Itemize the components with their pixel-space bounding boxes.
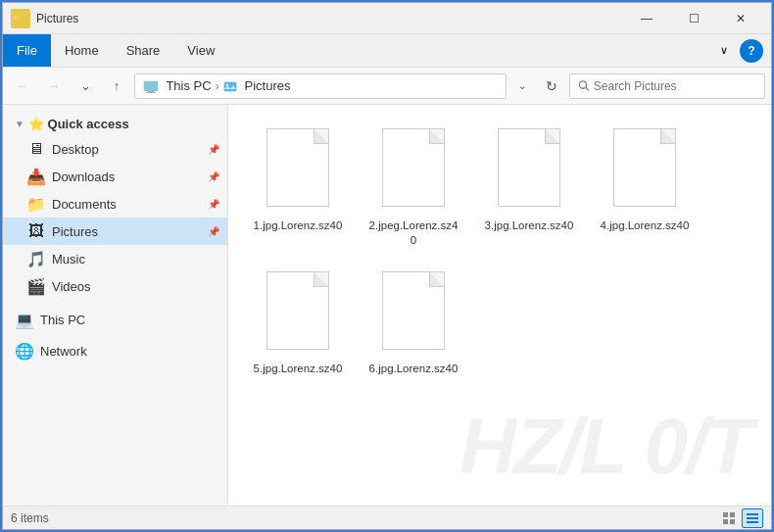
sidebar-item-pictures-label: Pictures (52, 224, 98, 239)
status-bar: 6 items (3, 506, 771, 529)
file-page-6 (382, 271, 445, 350)
file-item-4[interactable]: 4.jpg.Lorenz.sz40 (591, 121, 699, 256)
help-button[interactable]: ? (740, 39, 763, 63)
sidebar-item-pictures[interactable]: 🖼 Pictures 📌 (3, 218, 227, 245)
path-thispc[interactable]: This PC (143, 78, 212, 94)
svg-rect-4 (146, 92, 156, 93)
pin-icon-desktop: 📌 (208, 144, 219, 155)
downloads-icon: 📥 (26, 167, 46, 186)
file-name-3: 3.jpg.Lorenz.sz40 (485, 218, 574, 233)
maximize-button[interactable]: ☐ (671, 3, 716, 34)
menu-bar: File Home Share View ∨ ? (3, 34, 771, 68)
sidebar-item-music-label: Music (52, 252, 85, 266)
search-box[interactable] (569, 73, 765, 99)
file-item-1[interactable]: 1.jpg.Lorenz.sz40 (244, 121, 352, 256)
desktop-icon: 🖥 (26, 139, 46, 159)
view-toggle (718, 508, 763, 528)
file-icon-3 (494, 128, 564, 215)
file-item-5[interactable]: 5.jpg.Lorenz.sz40 (244, 264, 352, 384)
back-button[interactable]: ← (9, 73, 36, 100)
file-item-3[interactable]: 3.jpg.Lorenz.sz40 (475, 121, 583, 256)
svg-rect-5 (224, 82, 236, 91)
search-icon (578, 79, 590, 92)
svg-rect-12 (730, 519, 735, 524)
icon-view-icon (722, 511, 736, 525)
file-grid: 1.jpg.Lorenz.sz40 2.jpeg.Lorenz.sz40 3.j… (228, 105, 771, 506)
menu-bar-right: ∨ ? (712, 39, 771, 63)
sidebar: ▼ ⭐ Quick access 🖥 Desktop 📌 📥 Downloads… (3, 105, 228, 506)
file-page-3 (498, 128, 560, 207)
details-view-icon (746, 511, 759, 525)
main-area: ▼ ⭐ Quick access 🖥 Desktop 📌 📥 Downloads… (3, 105, 771, 506)
sidebar-item-documents-label: Documents (52, 197, 117, 212)
items-count: 6 items (11, 511, 49, 525)
refresh-button[interactable]: ↻ (538, 73, 565, 100)
file-item-6[interactable]: 6.jpg.Lorenz.sz40 (360, 264, 467, 384)
svg-rect-15 (747, 521, 758, 523)
sidebar-item-desktop-label: Desktop (52, 142, 99, 157)
icon-view-button[interactable] (718, 508, 740, 528)
network-icon: 🌐 (15, 341, 34, 361)
file-page-2 (382, 128, 445, 207)
sidebar-item-network-label: Network (40, 344, 87, 359)
path-dropdown-button[interactable]: ⌄ (510, 73, 534, 99)
svg-rect-11 (723, 519, 728, 524)
file-item-2[interactable]: 2.jpeg.Lorenz.sz40 (360, 121, 467, 256)
sidebar-item-music[interactable]: 🎵 Music (3, 245, 227, 272)
thispc-icon: 💻 (15, 310, 34, 329)
pin-icon-pictures: 📌 (208, 226, 219, 237)
title-bar: Pictures — ☐ ✕ (3, 3, 771, 34)
sidebar-item-network[interactable]: 🌐 Network (3, 337, 227, 364)
pictures-icon: 🖼 (26, 221, 46, 241)
pin-icon-downloads: 📌 (208, 171, 219, 182)
file-name-2: 2.jpeg.Lorenz.sz40 (369, 218, 459, 248)
sidebar-item-thispc[interactable]: 💻 This PC (3, 306, 227, 333)
file-icon-5 (263, 271, 333, 358)
window-controls: — ☐ ✕ (624, 3, 763, 34)
pin-icon-documents: 📌 (208, 199, 219, 210)
sidebar-item-videos-label: Videos (52, 279, 91, 294)
file-icon-1 (263, 128, 333, 215)
file-icon-6 (378, 271, 449, 358)
documents-icon: 📁 (26, 194, 46, 214)
sidebar-item-videos[interactable]: 🎬 Videos (3, 272, 227, 300)
content-area: HZ/L 0/T 1.jpg.Lorenz.sz40 2.jpeg.Lorenz… (228, 105, 771, 506)
sidebar-item-documents[interactable]: 📁 Documents 📌 (3, 190, 227, 218)
file-page-5 (266, 271, 329, 350)
file-name-6: 6.jpg.Lorenz.sz40 (369, 362, 459, 376)
svg-rect-13 (747, 513, 758, 515)
file-name-4: 4.jpg.Lorenz.sz40 (601, 218, 690, 233)
menu-view[interactable]: View (173, 34, 228, 67)
recent-locations-button[interactable]: ⌄ (72, 73, 99, 100)
svg-rect-14 (747, 517, 758, 519)
file-icon-4 (609, 128, 680, 215)
address-path[interactable]: This PC › Pictures (134, 73, 507, 99)
ribbon-collapse-button[interactable]: ∨ (712, 39, 736, 63)
videos-icon: 🎬 (26, 276, 46, 296)
menu-home[interactable]: Home (51, 34, 113, 67)
file-name-1: 1.jpg.Lorenz.sz40 (254, 218, 343, 233)
svg-rect-2 (144, 81, 158, 91)
sidebar-item-downloads-label: Downloads (52, 169, 115, 184)
svg-point-7 (579, 81, 586, 88)
svg-line-8 (586, 87, 589, 90)
menu-share[interactable]: Share (113, 34, 174, 67)
up-button[interactable]: ↑ (103, 73, 130, 100)
sidebar-quickaccess-header[interactable]: ▼ ⭐ Quick access (3, 113, 227, 135)
forward-button[interactable]: → (40, 73, 68, 100)
window-title: Pictures (36, 12, 624, 25)
svg-rect-9 (723, 512, 728, 517)
menu-file[interactable]: File (3, 34, 51, 67)
path-pictures[interactable]: Pictures (223, 78, 291, 94)
details-view-button[interactable] (742, 508, 763, 528)
minimize-button[interactable]: — (624, 3, 669, 34)
search-input[interactable] (594, 79, 756, 93)
file-icon-2 (378, 128, 449, 215)
close-button[interactable]: ✕ (718, 3, 763, 34)
svg-rect-1 (14, 16, 20, 20)
sidebar-item-desktop[interactable]: 🖥 Desktop 📌 (3, 135, 227, 163)
music-icon: 🎵 (26, 249, 46, 268)
explorer-window: Pictures — ☐ ✕ File Home Share View ∨ ? … (2, 2, 772, 530)
sidebar-item-downloads[interactable]: 📥 Downloads 📌 (3, 163, 227, 190)
sidebar-item-thispc-label: This PC (40, 313, 85, 327)
